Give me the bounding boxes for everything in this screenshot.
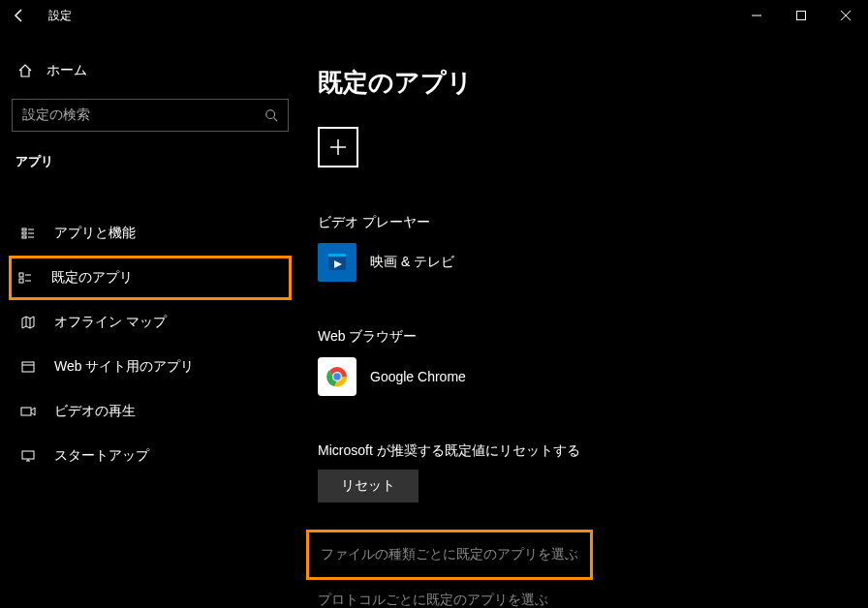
sidebar-home-label: ホーム	[46, 62, 87, 79]
sidebar-item-startup[interactable]: スタートアップ	[12, 434, 289, 478]
category-heading-browser: Web ブラウザー	[318, 328, 851, 346]
sidebar-item-default-apps[interactable]: 既定のアプリ	[9, 256, 292, 300]
startup-icon	[19, 448, 37, 464]
titlebar: 設定	[0, 0, 868, 31]
svg-rect-1	[797, 12, 806, 20]
apps-for-websites-icon	[19, 359, 37, 375]
reset-button[interactable]: リセット	[318, 470, 418, 502]
sidebar-item-apps-features[interactable]: アプリと機能	[12, 211, 289, 256]
svg-rect-10	[19, 273, 23, 277]
svg-rect-4	[22, 228, 26, 230]
video-playback-icon	[19, 404, 37, 419]
reset-heading: Microsoft が推奨する既定値にリセットする	[318, 442, 851, 460]
sidebar-item-offline-maps[interactable]: オフライン マップ	[12, 300, 289, 345]
app-label: 映画 & テレビ	[370, 254, 454, 271]
window-title: 設定	[48, 8, 72, 24]
sidebar: ホーム 設定の検索 アプリ アプリと機能 既定のアプリ	[0, 31, 300, 608]
search-input[interactable]: 設定の検索	[12, 99, 289, 132]
link-choose-by-protocol[interactable]: プロトコルごとに既定のアプリを選ぶ	[318, 584, 851, 608]
close-button[interactable]	[823, 0, 868, 31]
sidebar-item-apps-for-websites[interactable]: Web サイト用のアプリ	[12, 345, 289, 389]
svg-rect-11	[19, 279, 23, 283]
home-icon	[17, 63, 33, 78]
sidebar-section-header: アプリ	[12, 153, 289, 170]
plus-icon	[327, 137, 349, 158]
svg-rect-16	[22, 362, 34, 372]
sidebar-item-label: ビデオの再生	[54, 403, 136, 420]
svg-point-2	[266, 110, 275, 119]
sidebar-item-video-playback[interactable]: ビデオの再生	[12, 389, 289, 434]
offline-maps-icon	[19, 315, 37, 330]
sidebar-item-label: オフライン マップ	[54, 314, 167, 331]
default-app-web-browser[interactable]: Google Chrome	[318, 357, 851, 396]
default-app-video-player[interactable]: 映画 & テレビ	[318, 243, 851, 282]
sidebar-item-label: Web サイト用のアプリ	[54, 358, 194, 376]
apps-features-icon	[19, 226, 37, 241]
sidebar-item-label: スタートアップ	[54, 447, 149, 465]
maximize-button[interactable]	[779, 0, 823, 31]
sidebar-home[interactable]: ホーム	[12, 54, 289, 87]
svg-rect-18	[21, 408, 31, 415]
app-label: Google Chrome	[370, 369, 466, 384]
nav-list: アプリと機能 既定のアプリ オフライン マップ Web サイト用のアプリ	[12, 211, 289, 478]
page-title: 既定のアプリ	[318, 66, 851, 100]
main-panel: 既定のアプリ ビデオ プレーヤー 映画 & テレビ Web ブラウザー	[300, 31, 868, 608]
chrome-icon	[318, 357, 356, 396]
svg-rect-26	[328, 254, 346, 257]
search-placeholder: 設定の検索	[22, 106, 90, 124]
svg-rect-6	[22, 236, 26, 238]
link-choose-by-file-type[interactable]: ファイルの種類ごとに既定のアプリを選ぶ	[306, 530, 593, 580]
svg-line-3	[274, 118, 278, 122]
sidebar-item-label: アプリと機能	[54, 225, 136, 242]
svg-rect-5	[22, 232, 26, 234]
minimize-button[interactable]	[734, 0, 779, 31]
back-button[interactable]	[4, 0, 35, 31]
svg-rect-19	[22, 451, 34, 459]
category-heading-video: ビデオ プレーヤー	[318, 214, 851, 231]
add-default-app-button[interactable]	[318, 127, 358, 167]
sidebar-item-label: 既定のアプリ	[51, 269, 133, 287]
search-icon	[264, 108, 278, 122]
movies-tv-icon	[318, 243, 356, 282]
default-apps-icon	[16, 270, 34, 286]
